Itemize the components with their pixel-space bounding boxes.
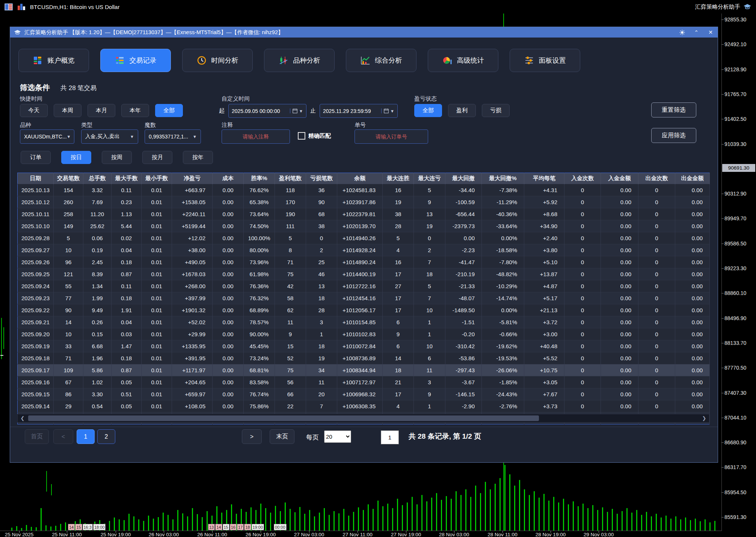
tab-按日[interactable]: 按日: [61, 151, 91, 164]
next-page-button[interactable]: >: [242, 429, 262, 444]
table-row[interactable]: 2025.09.27100.190.040.01+38.000.0080.00%…: [18, 244, 710, 256]
quick-time-button-1[interactable]: 本周: [54, 104, 81, 117]
to-date-field[interactable]: 2025.11.29 23:59:59 ▼: [320, 104, 398, 118]
table-cell: 0.00: [601, 400, 638, 412]
table-row[interactable]: 2025.10.1125811.201.130.01+2240.110.0073…: [18, 208, 710, 220]
table-row[interactable]: 2025.10.1014925.625.440.01+5199.440.0074…: [18, 220, 710, 232]
table-cell: 7: [306, 400, 337, 412]
market-watch-icon[interactable]: [5, 3, 13, 11]
table-cell: +3.73: [524, 400, 564, 412]
symbol-dropdown[interactable]: XAUUSDm,BTC...▼: [20, 129, 74, 144]
tab-按周[interactable]: 按周: [102, 151, 132, 164]
nav-panel-settings[interactable]: 面板设置: [510, 49, 580, 72]
table-cell: 0.00: [213, 352, 244, 364]
volume-bar: [519, 480, 520, 531]
table-row[interactable]: 2025.09.15863.300.510.01+659.970.0076.74…: [18, 388, 710, 400]
volume-bar: [187, 516, 188, 531]
nav-time-analysis[interactable]: 时间分析: [182, 49, 253, 72]
reset-filter-button[interactable]: 重置筛选: [651, 102, 696, 117]
type-dropdown[interactable]: 入金,买入,卖出▼: [81, 129, 138, 144]
time-axis-tick: [116, 531, 116, 533]
quick-time-button-0[interactable]: 今天: [20, 104, 48, 117]
volume-bar: [382, 506, 383, 531]
page-button-2[interactable]: 2: [97, 429, 115, 444]
price-axis-tick: [721, 467, 724, 468]
nav-composite-analysis[interactable]: 综合分析: [346, 49, 416, 72]
volume-bar: [402, 505, 403, 531]
ticket-input[interactable]: [355, 129, 428, 144]
time-marker-cluster: 13141516171819:00: [208, 524, 264, 530]
nav-account-overview[interactable]: 账户概览: [18, 49, 89, 72]
table-cell: 2025.10.11: [18, 208, 54, 220]
table-row[interactable]: 2025.09.251218.390.870.01+1678.030.0061.…: [18, 268, 710, 280]
prev-page-button[interactable]: <: [53, 429, 73, 444]
nav-advanced-stats[interactable]: 高级统计: [428, 49, 498, 72]
quick-time-button-3[interactable]: 本年: [121, 104, 149, 117]
table-row[interactable]: 2025.09.14290.540.050.01+108.050.0075.86…: [18, 400, 710, 412]
table-row[interactable]: 2025.10.122607.690.230.01+1538.050.0065.…: [18, 196, 710, 208]
volume-bar: [617, 514, 618, 531]
calendar-icon[interactable]: [293, 108, 297, 113]
table-cell: 19: [306, 352, 337, 364]
table-row[interactable]: 2025.09.18711.960.180.01+391.950.0073.24…: [18, 352, 710, 364]
table-row[interactable]: 2025.09.21140.260.040.01+52.020.0078.57%…: [18, 316, 710, 328]
volume-bar: [680, 519, 681, 531]
chevron-down-icon[interactable]: ▼: [299, 109, 303, 113]
calendar-icon[interactable]: [384, 108, 389, 113]
volume-bar: [612, 509, 613, 531]
chevron-down-icon[interactable]: ▼: [390, 109, 394, 113]
tab-按年[interactable]: 按年: [183, 151, 213, 164]
quick-time-button-2[interactable]: 本月: [88, 104, 115, 117]
pl-status-button-2[interactable]: 亏损: [482, 104, 510, 117]
panel-titlebar[interactable]: 汇弈策略分析助手 【版本: 1.20】—【DEMO|277113037】—【Ex…: [10, 27, 718, 38]
pl-status-button-1[interactable]: 盈利: [448, 104, 476, 117]
table-cell: 0: [564, 400, 601, 412]
table-cell: 96: [54, 256, 83, 268]
comment-input[interactable]: [222, 129, 290, 144]
first-page-button[interactable]: 首页: [25, 429, 49, 444]
table-cell: 83.58%: [244, 376, 275, 388]
table-row[interactable]: 2025.09.23771.990.180.01+397.990.0076.32…: [18, 292, 710, 304]
table-row[interactable]: 2025.09.22909.491.910.01+1901.320.0068.8…: [18, 304, 710, 316]
per-page-select[interactable]: 20: [324, 430, 351, 443]
magic-dropdown[interactable]: 0,993537172,1...▼: [145, 129, 201, 144]
exact-match-checkbox-row[interactable]: 精确匹配: [298, 132, 331, 140]
collapse-icon[interactable]: ⌃: [693, 29, 700, 36]
last-page-button[interactable]: 末页: [270, 429, 294, 444]
table-row[interactable]: 2025.09.171095.860.870.01+1171.970.0068.…: [18, 364, 710, 376]
table-cell: +1024581.83: [337, 184, 383, 196]
chart-symbol-title: BTCUSDm,H1: Bitcoin vs US Dollar: [30, 4, 119, 10]
nav-symbol-analysis[interactable]: 品种分析: [264, 49, 335, 72]
scrollbar-thumb[interactable]: [28, 415, 539, 421]
close-icon[interactable]: ✕: [707, 29, 714, 36]
scrollbar-track[interactable]: [27, 415, 699, 421]
table-row[interactable]: 2025.09.26962.450.180.01+490.050.0073.96…: [18, 256, 710, 268]
scroll-right-icon[interactable]: ❯: [699, 414, 709, 422]
pl-status-button-0[interactable]: 全部: [414, 104, 442, 117]
scroll-left-icon[interactable]: ❮: [18, 414, 27, 422]
from-date-field[interactable]: 2025.09.05 00:00:00 ▼: [228, 104, 306, 118]
apply-filter-button[interactable]: 应用筛选: [651, 128, 696, 143]
nav-trade-records[interactable]: 交易记录: [100, 49, 171, 72]
price-axis-tick: [721, 44, 724, 45]
table-row[interactable]: 2025.10.131543.320.110.01+663.970.0076.6…: [18, 184, 710, 196]
goto-page-input[interactable]: [381, 430, 399, 444]
volume-bar: [709, 522, 711, 531]
table-row[interactable]: 2025.09.19336.681.470.01+1335.950.0045.4…: [18, 340, 710, 352]
table-row[interactable]: 2025.09.2850.060.020.01+12.020.00100.00%…: [18, 232, 710, 244]
quick-time-button-4[interactable]: 全部: [155, 104, 183, 117]
tab-按月[interactable]: 按月: [142, 151, 172, 164]
exact-match-checkbox[interactable]: [298, 132, 305, 140]
table-row[interactable]: 2025.09.20100.150.030.01+29.990.0090.00%…: [18, 328, 710, 340]
theme-sun-icon[interactable]: [679, 29, 685, 36]
table-cell: +3.72: [524, 316, 564, 328]
new-chart-icon[interactable]: [17, 3, 26, 11]
horizontal-scrollbar[interactable]: ❮ ❯: [17, 414, 709, 423]
page-button-1[interactable]: 1: [77, 429, 95, 444]
table-row[interactable]: 2025.09.16671.020.050.01+204.650.0083.58…: [18, 376, 710, 388]
table-cell: 7: [414, 256, 445, 268]
table-cell: +1006308.35: [337, 400, 383, 412]
table-cell: 0.01: [142, 388, 172, 400]
table-row[interactable]: 2025.09.24551.340.110.01+268.000.0076.36…: [18, 280, 710, 292]
tab-订单[interactable]: 订单: [21, 151, 51, 164]
